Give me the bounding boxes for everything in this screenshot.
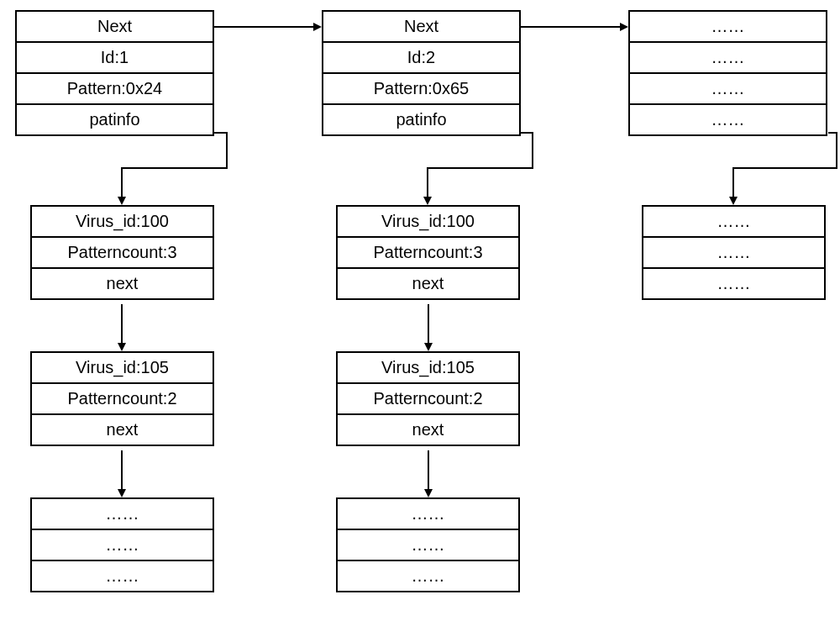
svg-marker-10	[424, 343, 433, 351]
virus-id-field: Virus_id:105	[32, 353, 213, 384]
pattern-node-2: Next Id:2 Pattern:0x65 patinfo	[322, 10, 521, 136]
pattern-count-field: Patterncount:2	[32, 384, 213, 415]
pattern-node-ellipsis: …… …… …… ……	[628, 10, 827, 136]
next-field: next	[32, 415, 213, 445]
svg-marker-8	[118, 343, 126, 351]
virus-node-1-2: Virus_id:105 Patterncount:2 next	[30, 351, 214, 446]
ellipsis-field: ……	[338, 499, 518, 530]
svg-marker-1	[313, 23, 322, 31]
patinfo-field: patinfo	[323, 105, 519, 134]
virus-node-2-1: Virus_id:100 Patterncount:3 next	[336, 205, 520, 300]
ellipsis-field: ……	[643, 269, 824, 298]
virus-id-field: Virus_id:105	[338, 353, 518, 384]
ellipsis-field: ……	[32, 530, 213, 561]
ellipsis-field: ……	[643, 238, 824, 269]
ellipsis-field: ……	[643, 207, 824, 238]
next-field: Next	[323, 12, 519, 43]
id-field: Id:1	[17, 43, 213, 74]
arrow-patinfo-3	[721, 129, 838, 206]
ellipsis-field: ……	[338, 561, 518, 591]
virus-node-2-2: Virus_id:105 Patterncount:2 next	[336, 351, 520, 446]
ellipsis-field: ……	[338, 530, 518, 561]
pattern-count-field: Patterncount:2	[338, 384, 518, 415]
ellipsis-field: ……	[630, 74, 826, 105]
next-field: next	[338, 269, 518, 298]
virus-id-field: Virus_id:100	[32, 207, 213, 238]
arrow-next-2-mid1-mid2	[420, 304, 437, 351]
virus-node-1-1: Virus_id:100 Patterncount:3 next	[30, 205, 214, 300]
ellipsis-node-1: …… …… ……	[30, 497, 214, 592]
svg-marker-12	[118, 489, 126, 497]
svg-marker-4	[118, 197, 126, 205]
next-field: next	[32, 269, 213, 298]
ellipsis-field: ……	[32, 499, 213, 530]
id-field: Id:2	[323, 43, 519, 74]
ellipsis-field: ……	[32, 561, 213, 591]
svg-marker-3	[620, 23, 628, 31]
arrow-next-1-mid2-bottom	[113, 450, 130, 497]
arrow-next-2-mid2-bottom	[420, 450, 437, 497]
virus-node-ellipsis: …… …… ……	[642, 205, 826, 300]
pattern-count-field: Patterncount:3	[338, 238, 518, 269]
arrow-patinfo-1	[109, 126, 235, 206]
ellipsis-node-2: …… …… ……	[336, 497, 520, 592]
patinfo-field: patinfo	[17, 105, 213, 134]
arrow-patinfo-2	[415, 126, 541, 206]
ellipsis-field: ……	[630, 105, 826, 134]
arrow-next-1-mid1-mid2	[113, 304, 130, 351]
ellipsis-field: ……	[630, 43, 826, 74]
ellipsis-field: ……	[630, 12, 826, 43]
virus-id-field: Virus_id:100	[338, 207, 518, 238]
svg-marker-6	[729, 197, 738, 205]
arrow-next-2-to-3	[521, 18, 628, 35]
pattern-count-field: Patterncount:3	[32, 238, 213, 269]
svg-marker-5	[423, 197, 432, 205]
pattern-node-1: Next Id:1 Pattern:0x24 patinfo	[15, 10, 214, 136]
svg-marker-14	[424, 489, 433, 497]
next-field: Next	[17, 12, 213, 43]
pattern-field: Pattern:0x65	[323, 74, 519, 105]
arrow-next-1-to-2	[214, 18, 322, 35]
next-field: next	[338, 415, 518, 445]
pattern-field: Pattern:0x24	[17, 74, 213, 105]
